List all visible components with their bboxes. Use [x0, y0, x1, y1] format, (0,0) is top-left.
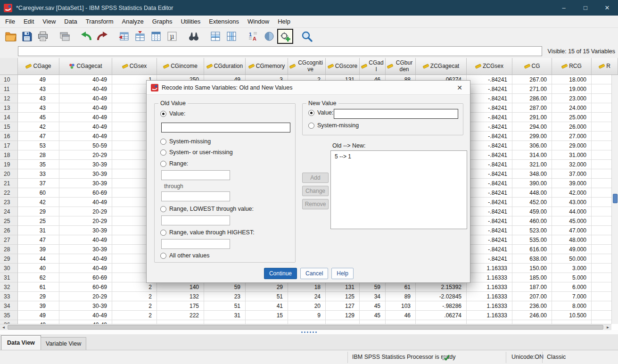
cell[interactable]: 20 [288, 301, 326, 311]
cell[interactable] [360, 320, 386, 324]
maximize-button[interactable]: □ [575, 0, 596, 16]
cell[interactable]: 50.000 [552, 254, 592, 264]
cell[interactable]: 175 [157, 301, 204, 311]
tab-data-view[interactable]: Data View [1, 335, 41, 350]
row-number[interactable]: 32 [0, 282, 18, 292]
row-number[interactable]: 12 [0, 94, 18, 103]
vertical-scrollbar-thumb[interactable] [613, 194, 618, 203]
cell[interactable]: 49 [18, 311, 59, 320]
cell[interactable]: 40-49 [59, 320, 112, 324]
range-from-input[interactable] [161, 170, 230, 180]
cell[interactable] [467, 320, 512, 324]
tab-variable-view[interactable]: Variable View [41, 337, 86, 350]
remove-button[interactable]: Remove [302, 199, 329, 209]
cell[interactable]: 2 [112, 282, 157, 292]
radio-icon[interactable] [160, 149, 166, 156]
cell-editor-input[interactable] [18, 46, 542, 56]
cell[interactable]: 29.000 [552, 141, 592, 150]
goto-case-icon[interactable] [116, 29, 132, 44]
cell[interactable]: -.84241 [467, 198, 512, 207]
cell[interactable]: 20-29 [59, 150, 112, 160]
column-header-cgadl[interactable]: CGadl [360, 58, 386, 75]
cell[interactable]: 42 [18, 198, 59, 207]
cell[interactable]: 40-49 [59, 122, 112, 132]
old-new-list-item[interactable]: 5 --> 1 [335, 153, 463, 160]
cell[interactable]: 132 [157, 292, 204, 301]
cell[interactable]: 45 [18, 113, 59, 122]
change-button[interactable]: Change [302, 186, 329, 196]
cell[interactable]: 30-39 [59, 226, 112, 235]
range-highest-input[interactable] [161, 239, 230, 249]
cell[interactable]: 131 [326, 282, 360, 292]
cell[interactable]: 45 [360, 301, 386, 311]
column-header-cgincome[interactable]: CGincome [157, 58, 204, 75]
cell[interactable]: 150.00 [512, 264, 552, 273]
select-cases-icon[interactable] [277, 29, 293, 44]
help-button[interactable]: Help [331, 268, 354, 279]
cell[interactable]: 30-39 [59, 301, 112, 311]
menu-transform[interactable]: Transform [82, 16, 118, 27]
cell[interactable]: 39 [18, 301, 59, 311]
horizontal-scrollbar-thumb[interactable] [8, 325, 603, 330]
row-number[interactable]: 19 [0, 160, 18, 169]
cell[interactable]: 8.000 [552, 301, 592, 311]
system-missing-radio[interactable]: System-missing [160, 138, 211, 145]
cell[interactable]: -.84241 [467, 188, 512, 198]
cell[interactable]: 42 [18, 122, 59, 132]
cell[interactable]: 48.000 [552, 235, 592, 245]
cell[interactable]: 25 [18, 216, 59, 226]
cell[interactable]: 40-49 [59, 75, 112, 84]
cell[interactable]: -.84241 [467, 122, 512, 132]
column-header-zcgsex[interactable]: ZCGsex [467, 58, 512, 75]
cell[interactable]: 40-49 [59, 113, 112, 122]
cell[interactable]: 348.00 [512, 169, 552, 179]
column-header-cgburden[interactable]: CGburden [386, 58, 416, 75]
cell[interactable]: 24.000 [552, 103, 592, 113]
old-new-listbox[interactable]: 5 --> 1 [330, 150, 467, 229]
search-icon[interactable] [299, 29, 315, 44]
cell[interactable]: 19.000 [552, 84, 592, 94]
cell[interactable]: 306.00 [512, 141, 552, 150]
cell[interactable]: -.84241 [467, 150, 512, 160]
row-number[interactable]: 22 [0, 188, 18, 198]
cell[interactable]: 31 [204, 311, 246, 320]
cell[interactable]: -.84241 [467, 132, 512, 141]
cell[interactable]: 40-49 [59, 103, 112, 113]
column-header-cgduration[interactable]: CGduration [204, 58, 246, 75]
cell[interactable]: 49 [18, 75, 59, 84]
row-number[interactable]: 17 [0, 141, 18, 150]
cell[interactable]: 271.00 [512, 84, 552, 94]
cell[interactable]: 2.15392 [416, 282, 467, 292]
scroll-left-icon[interactable]: ◄ [0, 324, 7, 330]
cell[interactable]: 29 [18, 207, 59, 216]
cell[interactable]: 51 [246, 292, 288, 301]
cell[interactable]: 33 [18, 169, 59, 179]
column-header-cgage[interactable]: CGage [18, 58, 59, 75]
cell[interactable]: 2 [112, 292, 157, 301]
cell[interactable] [552, 320, 592, 324]
row-number[interactable]: 21 [0, 179, 18, 188]
insert-cases-icon[interactable] [207, 29, 223, 44]
cell[interactable]: 47 [18, 235, 59, 245]
cell[interactable]: 2 [112, 311, 157, 320]
cell[interactable]: 460.00 [512, 216, 552, 226]
cell[interactable]: 236.00 [512, 301, 552, 311]
cell[interactable]: 61 [18, 282, 59, 292]
cell[interactable]: -.84241 [467, 179, 512, 188]
cell[interactable]: 60 [18, 188, 59, 198]
print-icon[interactable] [35, 29, 51, 44]
cell[interactable]: 50-59 [59, 141, 112, 150]
cell[interactable]: 42.000 [552, 188, 592, 198]
cell[interactable]: 37.000 [552, 169, 592, 179]
cell[interactable]: -.84241 [467, 207, 512, 216]
cell[interactable] [246, 320, 288, 324]
column-header-cgscore[interactable]: CGscore [326, 58, 360, 75]
cell[interactable]: 40-49 [59, 132, 112, 141]
cell[interactable] [512, 320, 552, 324]
cell[interactable] [112, 320, 157, 324]
dialog-title-bar[interactable]: Recode into Same Variables: Old and New … [147, 81, 470, 95]
cell[interactable]: 47.000 [552, 226, 592, 235]
cell[interactable] [204, 320, 246, 324]
cell[interactable]: 46 [386, 311, 416, 320]
old-value-radio[interactable]: Value: [160, 110, 186, 117]
